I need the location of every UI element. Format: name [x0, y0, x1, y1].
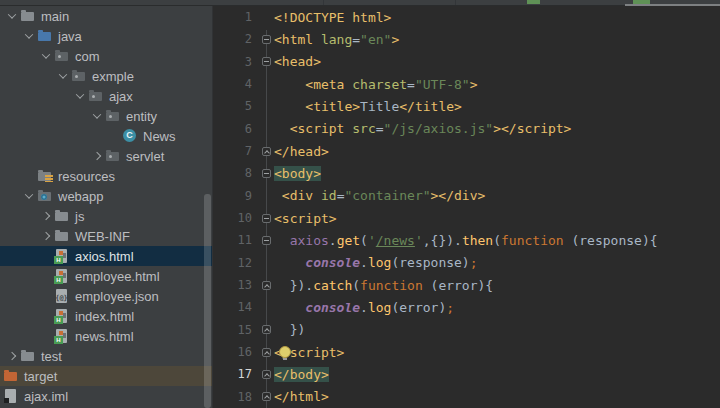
fold-column — [258, 169, 274, 178]
tree-row-java[interactable]: java — [0, 26, 212, 46]
chevron-down-icon[interactable] — [37, 53, 54, 59]
intention-bulb-icon[interactable] — [279, 346, 291, 358]
folder-icon — [54, 208, 70, 224]
fold-column — [258, 348, 274, 357]
tree-row-employee-html[interactable]: Hemployee.html — [0, 266, 212, 286]
chevron-right-icon[interactable] — [3, 353, 20, 359]
code-text: <html lang="en"> — [274, 32, 399, 47]
line-number: 11 — [213, 233, 258, 247]
tree-item-label: News — [143, 129, 176, 144]
tree-row-axios-html[interactable]: Haxios.html — [0, 246, 212, 266]
folder-icon — [20, 348, 36, 364]
fold-marker[interactable] — [262, 325, 271, 334]
editor-line: 11 axios.get('/news',{}).then(function (… — [213, 229, 720, 251]
code-text: <div id="container"></div> — [274, 188, 485, 203]
html-icon: H — [54, 328, 70, 344]
html-icon: H — [54, 268, 70, 284]
folder-icon — [20, 8, 36, 24]
line-number: 9 — [213, 189, 258, 203]
package-icon — [105, 108, 121, 124]
fold-marker[interactable] — [262, 35, 271, 44]
chevron-right-icon[interactable] — [37, 233, 54, 239]
code-text: </script> — [274, 345, 344, 360]
fold-marker[interactable] — [262, 57, 271, 66]
tree-item-label: com — [75, 49, 100, 64]
fold-marker[interactable] — [262, 370, 271, 379]
editor-line: 6 <script src="/js/axios.js"></script> — [213, 118, 720, 140]
editor-line: 16</script> — [213, 341, 720, 363]
fold-column — [258, 214, 274, 223]
chevron-right-icon[interactable] — [37, 213, 54, 219]
code-editor[interactable]: 1<!DOCTYPE html>2<html lang="en">3<head>… — [212, 6, 720, 408]
main-split: mainjavacomexmpleajaxentityCNewsservletr… — [0, 6, 720, 408]
fold-marker[interactable] — [262, 236, 271, 245]
editor-line: 14 console.log(error); — [213, 296, 720, 318]
tree-scrollbar-thumb[interactable] — [204, 194, 211, 408]
editor-line: 17</body> — [213, 363, 720, 385]
editor-line: 9 <div id="container"></div> — [213, 185, 720, 207]
fold-column — [258, 236, 274, 245]
line-number: 12 — [213, 256, 258, 270]
fold-marker[interactable] — [262, 348, 271, 357]
line-number: 2 — [213, 32, 258, 46]
tree-row-exmple[interactable]: exmple — [0, 66, 212, 86]
editor-line: 7</head> — [213, 140, 720, 162]
tree-item-label: test — [41, 349, 62, 364]
tree-item-label: axios.html — [75, 249, 134, 264]
fold-column — [258, 370, 274, 379]
tree-row-main[interactable]: main — [0, 6, 212, 26]
tree-row-news[interactable]: CNews — [0, 126, 212, 146]
fold-marker[interactable] — [262, 147, 271, 156]
line-number: 17 — [213, 367, 258, 381]
line-number: 6 — [213, 122, 258, 136]
editor-line: 1<!DOCTYPE html> — [213, 6, 720, 28]
tree-item-label: target — [24, 369, 57, 384]
chevron-down-icon[interactable] — [3, 13, 20, 19]
line-number: 1 — [213, 10, 258, 24]
fold-marker[interactable] — [262, 392, 271, 401]
line-number: 13 — [213, 278, 258, 292]
chevron-down-icon[interactable] — [20, 33, 37, 39]
fold-column — [258, 281, 274, 290]
fold-column — [258, 35, 274, 44]
tree-row-resources[interactable]: resources — [0, 166, 212, 186]
tree-row-target[interactable]: target — [0, 366, 212, 386]
tree-row-ajax[interactable]: ajax — [0, 86, 212, 106]
code-text: }).catch(function (error){ — [274, 278, 493, 293]
fold-marker[interactable] — [262, 214, 271, 223]
folder-excluded-icon — [3, 368, 19, 384]
package-icon — [54, 48, 70, 64]
fold-column — [258, 325, 274, 334]
chevron-down-icon[interactable] — [88, 113, 105, 119]
package-icon — [88, 88, 104, 104]
tree-row-js[interactable]: js — [0, 206, 212, 226]
editor-line: 8<body> — [213, 162, 720, 184]
editor-line: 13 }).catch(function (error){ — [213, 274, 720, 296]
code-text: <head> — [274, 54, 321, 69]
tree-row-entity[interactable]: entity — [0, 106, 212, 126]
chevron-down-icon[interactable] — [71, 93, 88, 99]
tree-row-index-html[interactable]: Hindex.html — [0, 306, 212, 326]
tree-item-label: index.html — [75, 309, 134, 324]
code-text: console.log(response); — [274, 255, 478, 270]
folder-web-icon — [37, 188, 53, 204]
tree-row-webapp[interactable]: webapp — [0, 186, 212, 206]
tree-item-label: ajax.iml — [24, 389, 68, 404]
chevron-right-icon[interactable] — [88, 153, 105, 159]
tree-row-test[interactable]: test — [0, 346, 212, 366]
tree-item-label: webapp — [58, 189, 104, 204]
tree-row-web-inf[interactable]: WEB-INF — [0, 226, 212, 246]
tree-row-com[interactable]: com — [0, 46, 212, 66]
tree-row-employee-json[interactable]: {@}employee.json — [0, 286, 212, 306]
line-number: 16 — [213, 345, 258, 359]
chevron-down-icon[interactable] — [20, 193, 37, 199]
chevron-down-icon[interactable] — [54, 73, 71, 79]
tree-row-ajax-iml[interactable]: ajax.iml — [0, 386, 212, 406]
fold-marker[interactable] — [262, 169, 271, 178]
line-number: 8 — [213, 166, 258, 180]
tree-item-label: employee.html — [75, 269, 160, 284]
code-text: }) — [274, 322, 305, 337]
tree-row-news-html[interactable]: Hnews.html — [0, 326, 212, 346]
tree-row-servlet[interactable]: servlet — [0, 146, 212, 166]
fold-marker[interactable] — [262, 281, 271, 290]
